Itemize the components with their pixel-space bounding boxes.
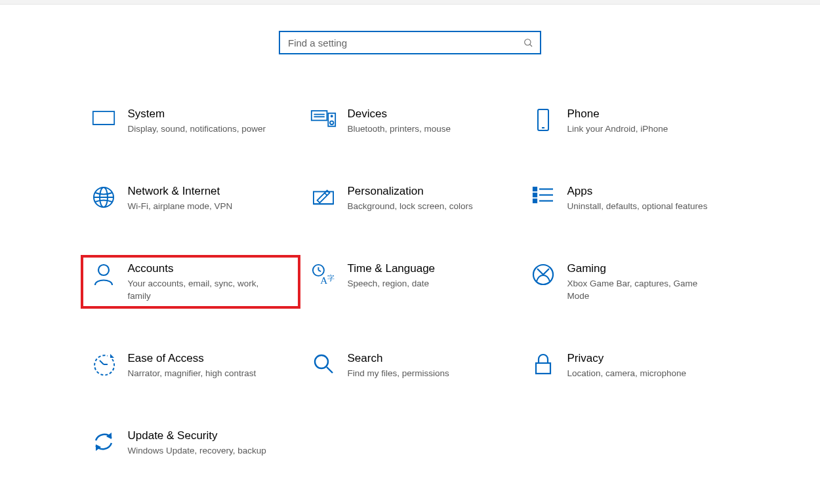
tile-desc: Speech, region, date [348,277,436,290]
tile-title: Accounts [128,262,272,276]
paintbrush-icon [308,184,338,206]
list-icon [528,184,558,205]
tile-title: Gaming [567,262,712,276]
svg-marker-37 [106,433,112,439]
display-icon [89,107,119,128]
tile-desc: Narrator, magnifier, high contrast [128,367,256,379]
svg-point-24 [98,265,109,275]
tile-personalization[interactable]: Personalization Background, lock screen,… [300,178,520,219]
tile-time-language[interactable]: A 字 Time & Language Speech, region, date [300,255,520,309]
tile-title: Search [348,351,449,366]
phone-icon [528,107,558,132]
search-icon [523,37,533,48]
svg-rect-20 [533,199,537,203]
window-top-border [0,0,820,5]
tile-ease-of-access[interactable]: Ease of Access Narrator, magnifier, high… [81,345,300,386]
tile-system[interactable]: System Display, sound, notifications, po… [81,100,300,142]
tile-title: Apps [567,184,708,199]
settings-grid: System Display, sound, notifications, po… [81,100,740,463]
keyboard-speaker-icon [308,107,338,128]
svg-marker-38 [96,444,101,451]
tile-phone[interactable]: Phone Link your Android, iPhone [520,100,740,142]
tile-desc: Display, sound, notifications, power [128,123,266,135]
magnifier-icon [308,351,338,375]
tile-title: Privacy [567,351,687,366]
tile-desc: Xbox Game Bar, captures, Game Mode [567,277,712,302]
svg-line-32 [100,360,104,364]
svg-rect-2 [92,111,113,125]
tile-desc: Wi-Fi, airplane mode, VPN [128,200,233,212]
search-input[interactable] [287,37,506,49]
svg-rect-19 [533,193,537,197]
svg-rect-36 [536,363,550,374]
tile-desc: Find my files, permissions [348,367,449,379]
tile-gaming[interactable]: Gaming Xbox Game Bar, captures, Game Mod… [520,255,740,309]
svg-point-34 [315,355,328,368]
tile-accounts[interactable]: Accounts Your accounts, email, sync, wor… [81,255,300,309]
tile-title: Phone [567,107,668,121]
svg-rect-4 [311,111,327,121]
svg-text:A: A [320,275,327,286]
tile-title: Update & Security [128,429,266,443]
svg-line-17 [324,193,327,195]
tile-desc: Location, camera, microphone [567,367,687,379]
svg-rect-18 [533,187,537,191]
tile-title: Time & Language [348,262,436,276]
tile-desc: Background, lock screen, colors [348,200,473,212]
tile-network[interactable]: Network & Internet Wi-Fi, airplane mode,… [81,178,300,219]
tile-privacy[interactable]: Privacy Location, camera, microphone [520,345,740,386]
globe-icon [89,184,119,209]
tile-title: Ease of Access [128,351,256,366]
tile-title: Devices [348,107,451,121]
svg-line-35 [327,367,333,373]
tile-search[interactable]: Search Find my files, permissions [300,345,520,386]
tile-title: System [128,107,266,121]
svg-marker-31 [110,354,114,358]
time-language-icon: A 字 [308,262,338,286]
svg-line-27 [318,270,321,271]
svg-point-0 [525,39,531,45]
svg-text:字: 字 [327,274,334,282]
lock-icon [528,351,558,376]
tile-title: Network & Internet [128,184,233,199]
tile-title: Personalization [348,184,473,199]
tile-desc: Uninstall, defaults, optional features [567,200,708,212]
sync-icon [89,429,119,454]
tile-desc: Link your Android, iPhone [567,123,668,135]
person-icon [89,262,119,286]
tile-desc: Windows Update, recovery, backup [128,444,266,457]
svg-line-1 [530,45,532,47]
svg-point-9 [331,115,332,117]
tile-apps[interactable]: Apps Uninstall, defaults, optional featu… [520,178,740,219]
tile-update-security[interactable]: Update & Security Windows Update, recove… [81,422,300,463]
tile-desc: Bluetooth, printers, mouse [348,123,451,135]
ease-of-access-icon [89,351,119,376]
tile-devices[interactable]: Devices Bluetooth, printers, mouse [300,100,520,142]
tile-desc: Your accounts, email, sync, work, family [128,277,272,302]
search-box[interactable] [279,31,541,54]
xbox-icon [528,262,558,286]
svg-point-8 [330,121,333,125]
